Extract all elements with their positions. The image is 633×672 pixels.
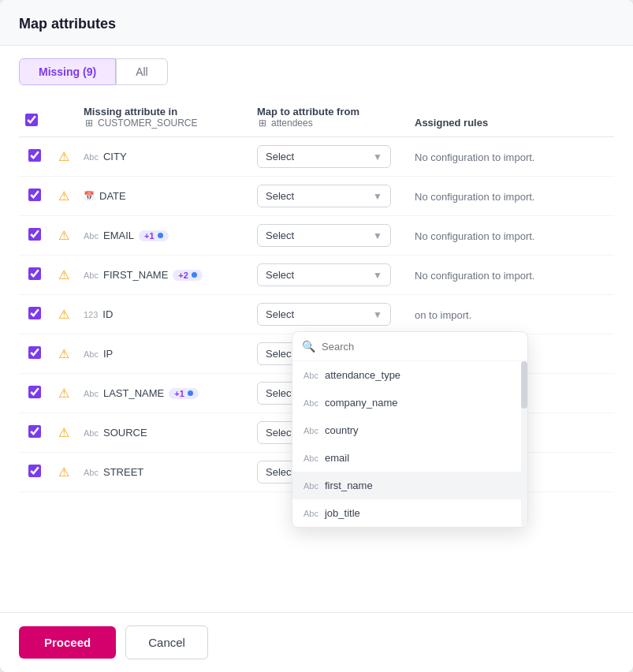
checkbox-3[interactable] [28, 267, 41, 280]
checkbox-1[interactable] [28, 189, 41, 201]
checkbox-2[interactable] [28, 228, 41, 241]
select-label: Select [266, 427, 294, 439]
row-attr-2: AbcEMAIL+1 [77, 216, 251, 256]
tab-all[interactable]: All [116, 58, 168, 85]
row-warn-6 [50, 374, 77, 413]
dropdown-item[interactable]: Abccountry [292, 416, 527, 444]
attr-name: IP [103, 348, 113, 360]
dropdown-item[interactable]: Abcjob_title [292, 499, 527, 527]
dd-type-badge: Abc [303, 509, 318, 518]
warning-icon [57, 307, 71, 321]
dd-type-badge: Abc [303, 371, 318, 380]
dropdown-item[interactable]: Abcemail [292, 444, 527, 472]
checkbox-5[interactable] [28, 346, 41, 359]
row-warn-1 [50, 177, 77, 216]
table-icon-source: ⊞ [84, 118, 95, 129]
row-attr-1: 📅DATE [77, 177, 251, 216]
row-warn-4 [50, 295, 77, 334]
select-label: Select [266, 387, 294, 399]
col-header-map: Map to attribute from ⊞ attendees [251, 98, 408, 137]
badge-pill: +1 [169, 388, 199, 399]
dropdown-item[interactable]: Abccompany_name [292, 389, 527, 416]
cancel-button[interactable]: Cancel [125, 625, 208, 659]
row-rule-4: on to import. [408, 295, 614, 334]
row-warn-8 [50, 453, 77, 492]
select-all-checkbox[interactable] [25, 114, 38, 126]
checkbox-7[interactable] [28, 425, 41, 438]
row-attr-0: AbcCITY [77, 137, 251, 177]
scrollbar-thumb[interactable] [521, 361, 527, 409]
row-warn-2 [50, 216, 77, 256]
row-map-4: Select▼ [251, 295, 408, 334]
chevron-down-icon: ▼ [373, 309, 382, 320]
rule-text: No configuration to import. [415, 191, 534, 203]
chevron-down-icon: ▼ [373, 270, 382, 281]
dd-item-name: email [325, 452, 349, 464]
row-check-5 [19, 334, 50, 374]
select-button-1[interactable]: Select▼ [257, 185, 391, 207]
attr-name: SOURCE [103, 427, 147, 439]
tab-bar: Missing (9) All [0, 46, 633, 85]
col-map-label: Map to attribute from [257, 106, 402, 118]
chevron-down-icon: ▼ [373, 230, 382, 241]
attribute-dropdown[interactable]: 🔍 Abcattendance_typeAbccompany_nameAbcco… [292, 331, 528, 528]
select-label: Select [266, 348, 294, 360]
row-attr-3: AbcFIRST_NAME+2 [77, 256, 251, 295]
select-button-4[interactable]: Select▼ [257, 303, 391, 326]
select-button-0[interactable]: Select▼ [257, 145, 391, 168]
attr-name: STREET [103, 466, 143, 478]
modal-header: Map attributes [0, 0, 633, 46]
badge-dot [158, 233, 163, 238]
table-row: AbcCITYSelect▼No configuration to import… [19, 137, 614, 177]
row-check-2 [19, 216, 50, 256]
row-attr-4: 123ID [77, 295, 251, 334]
dropdown-item[interactable]: Abcattendance_type [292, 361, 527, 389]
badge-dot [192, 272, 197, 278]
dropdown-item[interactable]: Abcfirst_name [292, 472, 527, 499]
row-rule-1: No configuration to import. [408, 177, 614, 216]
row-check-3 [19, 256, 50, 295]
checkbox-4[interactable] [28, 307, 41, 319]
type-badge: Abc [84, 349, 99, 359]
row-map-2: Select▼ [251, 216, 408, 256]
attr-name: LAST_NAME [103, 387, 164, 399]
warning-icon [57, 189, 71, 203]
select-label: Select [266, 269, 294, 281]
select-button-2[interactable]: Select▼ [257, 224, 391, 247]
dd-item-name: company_name [325, 397, 398, 409]
checkbox-6[interactable] [28, 386, 41, 398]
rule-text: No configuration to import. [415, 230, 534, 242]
row-check-1 [19, 177, 50, 216]
search-input[interactable] [322, 341, 518, 353]
tab-missing[interactable]: Missing (9) [19, 58, 116, 85]
scrollbar-track[interactable] [521, 361, 527, 527]
dd-type-badge: Abc [303, 398, 318, 408]
dropdown-search-bar: 🔍 [292, 332, 527, 361]
type-badge: Abc [84, 231, 99, 241]
row-rule-0: No configuration to import. [408, 137, 614, 177]
select-button-3[interactable]: Select▼ [257, 263, 391, 286]
col-header-warn [50, 98, 77, 137]
dd-item-name: country [325, 424, 359, 436]
attr-name: ID [102, 308, 113, 320]
row-check-4 [19, 295, 50, 334]
dd-type-badge: Abc [303, 481, 318, 491]
rule-text: No configuration to import. [415, 270, 534, 282]
chevron-down-icon: ▼ [373, 151, 382, 162]
proceed-button[interactable]: Proceed [19, 626, 116, 659]
row-check-7 [19, 413, 50, 453]
dd-item-name: attendance_type [325, 369, 400, 381]
modal-footer: Proceed Cancel [0, 612, 633, 672]
checkbox-8[interactable] [28, 465, 41, 477]
select-label: Select [266, 151, 294, 162]
checkbox-0[interactable] [28, 149, 41, 162]
modal-title: Map attributes [19, 16, 116, 32]
attr-name: EMAIL [103, 230, 134, 241]
col-attr-label: Missing attribute in [84, 106, 244, 118]
row-attr-7: AbcSOURCE [77, 413, 251, 453]
dd-type-badge: Abc [303, 426, 318, 435]
row-check-8 [19, 453, 50, 492]
row-check-0 [19, 137, 50, 177]
type-badge: 123 [84, 310, 98, 319]
row-rule-3: No configuration to import. [408, 256, 614, 295]
